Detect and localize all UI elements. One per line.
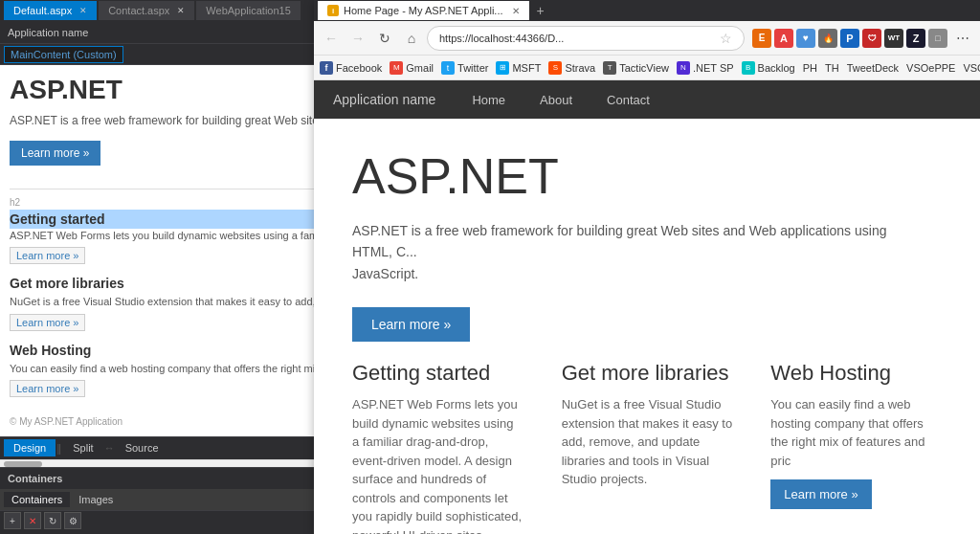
twitter-icon: t — [441, 61, 455, 75]
address-bar[interactable]: https://localhost:44366/D... ☆ — [427, 26, 745, 51]
tab-design[interactable]: Design — [4, 439, 56, 456]
browser-icon-p[interactable]: P — [840, 29, 859, 48]
tab-split[interactable]: Split — [63, 439, 102, 456]
site-nav-about[interactable]: About — [532, 89, 580, 111]
browser-icon-1[interactable]: E — [752, 29, 771, 48]
site-getting-started-text: ASP.NET Web Forms lets you build dynamic… — [352, 395, 523, 534]
facebook-icon: f — [320, 61, 333, 75]
bookmark-twitter[interactable]: t Twitter — [441, 61, 488, 75]
bookmark-star-btn[interactable]: ☆ — [720, 31, 732, 46]
browser-tab-icon: i — [327, 5, 339, 16]
design-learn-link-3[interactable]: Learn more » — [10, 380, 85, 397]
browser-tab-close[interactable]: ✕ — [512, 6, 520, 16]
site-app-name: Application name — [333, 92, 435, 107]
bookmark-strava[interactable]: S Strava — [548, 61, 595, 75]
bookmark-msft[interactable]: ⊞ MSFT — [496, 61, 541, 75]
back-btn[interactable]: ← — [320, 27, 343, 50]
browser-icon-shield[interactable]: 🛡 — [862, 29, 881, 48]
site-section-getting-started: Getting started ASP.NET Web Forms lets y… — [352, 361, 523, 534]
site-section-more-libraries: Get more libraries NuGet is a free Visua… — [562, 361, 733, 534]
bookmark-th[interactable]: TH — [825, 62, 839, 74]
bookmark-backlog[interactable]: B Backlog — [742, 61, 795, 75]
site-web-hosting-title: Web Hosting — [770, 361, 942, 386]
browser-nav-bar: ← → ↻ ⌂ https://localhost:44366/D... ☆ E… — [314, 21, 980, 56]
browser-tab-active[interactable]: i Home Page - My ASP.NET Appli... ✕ — [318, 1, 529, 20]
strava-icon: S — [548, 61, 562, 75]
netsp-icon: N — [677, 61, 690, 75]
containers-settings-btn[interactable]: ⚙ — [64, 512, 81, 529]
bookmarks-bar: f Facebook M Gmail t Twitter ⊞ MSFT S St… — [314, 56, 980, 80]
browser-icon-2[interactable]: A — [774, 29, 793, 48]
browser-icon-ext[interactable]: □ — [928, 29, 947, 48]
new-tab-btn[interactable]: + — [531, 3, 550, 18]
site-section-web-hosting: Web Hosting You can easily find a web ho… — [770, 361, 942, 534]
browser-icon-4[interactable]: 🔥 — [818, 29, 837, 48]
site-sections: Getting started ASP.NET Web Forms lets y… — [352, 361, 942, 534]
site-web-hosting-btn[interactable]: Learn more » — [770, 479, 871, 509]
tab-source[interactable]: Source — [116, 439, 168, 456]
site-more-libraries-text: NuGet is a free Visual Studio extension … — [562, 395, 733, 489]
backlog-icon: B — [742, 61, 755, 75]
site-web-hosting-text: You can easily find a web hosting compan… — [770, 395, 942, 470]
site-getting-started-title: Getting started — [352, 361, 523, 386]
app-name-label: Application name — [8, 27, 88, 38]
site-more-libraries-title: Get more libraries — [562, 361, 733, 386]
site-hero-desc: ASP.NET is a free web framework for buil… — [352, 220, 926, 284]
tab-contact-aspx[interactable]: Contact.aspx ✕ — [99, 1, 194, 20]
scroll-thumb — [4, 461, 42, 467]
site-learn-more-btn[interactable]: Learn more » — [352, 307, 470, 342]
ctab-images[interactable]: Images — [71, 492, 121, 507]
containers-refresh-btn[interactable]: ↻ — [44, 512, 61, 529]
tab-webapplication[interactable]: WebApplication15 — [196, 1, 300, 20]
bookmark-gmail[interactable]: M Gmail — [390, 61, 434, 75]
bookmark-facebook[interactable]: f Facebook — [320, 61, 382, 75]
tacticview-icon: T — [603, 61, 616, 75]
containers-title: Containers — [8, 473, 62, 484]
forward-btn[interactable]: → — [346, 27, 369, 50]
design-learn-link-2[interactable]: Learn more » — [10, 314, 85, 331]
home-btn[interactable]: ⌂ — [400, 27, 423, 50]
tab-close-default[interactable]: ✕ — [79, 6, 87, 15]
browser-icon-wt[interactable]: WT — [884, 29, 903, 48]
more-btn[interactable]: ⋯ — [951, 27, 974, 50]
containers-add-btn[interactable]: + — [4, 512, 21, 529]
design-learn-link-1[interactable]: Learn more » — [10, 247, 85, 264]
ctab-containers[interactable]: Containers — [4, 492, 70, 507]
bookmark-vsoeope[interactable]: VSOePPE — [906, 62, 955, 74]
bookmark-vso[interactable]: VSO — [963, 62, 980, 74]
site-nav-contact[interactable]: Contact — [599, 89, 657, 111]
containers-delete-btn[interactable]: ✕ — [24, 512, 41, 529]
browser-nav-icons: E A ♥ 🔥 P 🛡 WT Z □ — [752, 29, 947, 48]
browser-icon-z[interactable]: Z — [906, 29, 925, 48]
browser-icon-3[interactable]: ♥ — [796, 29, 815, 48]
msft-icon: ⊞ — [496, 61, 509, 75]
bookmark-netsp[interactable]: N .NET SP — [677, 61, 734, 75]
bookmark-tweetdeck[interactable]: TweetDeck — [847, 62, 899, 74]
browser-tab-label: Home Page - My ASP.NET Appli... — [344, 5, 503, 16]
site-content: ASP.NET ASP.NET is a free web framework … — [314, 119, 980, 534]
bookmark-ph[interactable]: PH — [803, 62, 817, 74]
tab-default-aspx[interactable]: Default.aspx ✕ — [4, 1, 97, 20]
site-hero-title: ASP.NET — [352, 147, 942, 205]
browser-title-bar: i Home Page - My ASP.NET Appli... ✕ + — [314, 0, 980, 21]
breadcrumb-main-content[interactable]: MainContent (Custom) — [4, 46, 123, 63]
bookmark-tacticview[interactable]: T TacticView — [603, 61, 669, 75]
browser-window: i Home Page - My ASP.NET Appli... ✕ + ← … — [314, 0, 980, 534]
tab-close-contact[interactable]: ✕ — [177, 6, 185, 15]
address-text: https://localhost:44366/D... — [439, 33, 716, 44]
refresh-btn[interactable]: ↻ — [373, 27, 396, 50]
site-nav: Application name Home About Contact — [314, 80, 980, 119]
design-learn-more-btn[interactable]: Learn more » — [10, 141, 100, 166]
site-nav-home[interactable]: Home — [464, 89, 513, 111]
gmail-icon: M — [390, 61, 403, 75]
